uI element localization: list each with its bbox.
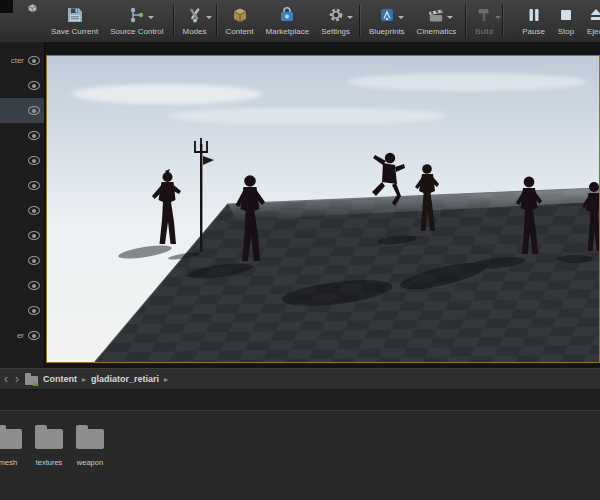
viewport-scene[interactable]	[47, 56, 599, 362]
eye-icon[interactable]	[28, 231, 40, 240]
history-forward-icon[interactable]: ›	[14, 373, 20, 385]
sources-folder-icon[interactable]	[25, 376, 38, 385]
outliner-row[interactable]	[0, 73, 44, 98]
breadcrumb-separator-icon: ▸	[82, 375, 86, 384]
modes-icon	[186, 6, 204, 24]
eye-icon[interactable]	[28, 106, 40, 115]
eye-icon[interactable]	[28, 306, 40, 315]
eye-icon[interactable]	[28, 81, 40, 90]
toolbar-button-label: Cinematics	[417, 27, 457, 36]
outliner-row[interactable]	[0, 148, 44, 173]
folder-item[interactable]: mesh	[0, 423, 28, 467]
folder-label: weapon	[77, 458, 103, 467]
history-back-icon[interactable]: ‹	[3, 373, 9, 385]
settings-button[interactable]: Settings	[315, 0, 356, 42]
marketplace-icon	[278, 6, 296, 24]
folder-label: mesh	[0, 458, 17, 467]
outliner-row[interactable]	[0, 223, 44, 248]
outliner-row[interactable]	[0, 298, 44, 323]
breadcrumb-item[interactable]: gladiator_retiari	[91, 374, 159, 384]
eye-icon[interactable]	[28, 56, 40, 65]
stop-button[interactable]: Stop	[551, 0, 581, 42]
toolbar-buttons: Save Current Source Control Modes Conten…	[45, 0, 600, 42]
toolbar-button-label: Build	[475, 27, 493, 36]
eject-icon	[587, 6, 600, 24]
outliner-row-label: cter	[11, 56, 24, 65]
build-button[interactable]: Build	[469, 0, 499, 42]
dropdown-caret-icon	[148, 16, 154, 22]
breadcrumb: Content▸gladiator_retiari▸	[43, 374, 168, 384]
toolbar-button-label: Save Current	[51, 27, 98, 36]
source-control-button[interactable]: Source Control	[104, 0, 169, 42]
outliner-row-label: er	[17, 331, 24, 340]
eye-icon[interactable]	[28, 206, 40, 215]
toolbar-button-label: Settings	[321, 27, 350, 36]
toolbar-button-label: Source Control	[110, 27, 163, 36]
content-button[interactable]: Content	[220, 0, 260, 42]
dropdown-caret-icon	[347, 16, 353, 22]
toolbar-button-label: Modes	[183, 27, 207, 36]
toolbar-button-label: Blueprints	[369, 27, 405, 36]
save-icon	[66, 6, 84, 24]
asset-grid: mesh textures weapon	[0, 411, 600, 500]
cinematics-button[interactable]: Cinematics	[411, 0, 463, 42]
outliner-row[interactable]	[0, 173, 44, 198]
marketplace-button[interactable]: Marketplace	[260, 0, 316, 42]
toolbar-button-label: Eject	[587, 27, 600, 36]
eye-icon[interactable]	[28, 156, 40, 165]
content-browser-path-bar: ‹ › Content▸gladiator_retiari▸	[0, 368, 600, 390]
toolbar-button-label: Pause	[522, 27, 545, 36]
outliner-row[interactable]	[0, 123, 44, 148]
folder-item[interactable]: weapon	[70, 423, 110, 467]
eye-icon[interactable]	[28, 331, 40, 340]
eject-button[interactable]: Eject	[581, 0, 600, 42]
viewport[interactable]	[46, 55, 600, 363]
folder-item[interactable]: textures	[29, 423, 69, 467]
breadcrumb-item[interactable]: Content	[43, 374, 77, 384]
eye-icon[interactable]	[28, 256, 40, 265]
window-corner-stub	[0, 0, 13, 13]
toolbar-button-label: Content	[226, 27, 254, 36]
toolbar-separator	[465, 5, 466, 37]
folder-icon	[76, 429, 104, 449]
toolbar-button-label: Marketplace	[266, 27, 310, 36]
eye-icon[interactable]	[28, 281, 40, 290]
blueprints-icon	[378, 6, 396, 24]
outliner-row[interactable]	[0, 98, 44, 123]
breadcrumb-separator-icon: ▸	[164, 375, 168, 384]
folder-icon	[35, 429, 63, 449]
content-browser-icon	[231, 6, 249, 24]
main-toolbar: Save Current Source Control Modes Conten…	[0, 0, 600, 43]
toolbar-button-label: Stop	[558, 27, 574, 36]
modes-button[interactable]: Modes	[177, 0, 213, 42]
stop-icon	[557, 6, 575, 24]
outliner-row[interactable]: er	[0, 323, 44, 348]
folder-label: textures	[36, 458, 63, 467]
toolbar-separator	[216, 5, 217, 37]
blueprints-button[interactable]: Blueprints	[363, 0, 411, 42]
source-control-icon	[128, 6, 146, 24]
eye-icon[interactable]	[28, 181, 40, 190]
dropdown-caret-icon	[495, 16, 501, 22]
gear-icon	[327, 6, 345, 24]
dropdown-caret-icon	[398, 16, 404, 22]
cube-icon	[27, 2, 41, 16]
pause-icon	[525, 6, 543, 24]
outliner-row[interactable]	[0, 248, 44, 273]
outliner-row[interactable]	[0, 198, 44, 223]
toolbar-left-stub	[0, 0, 45, 42]
toolbar-separator	[173, 5, 174, 37]
toolbar-separator	[359, 5, 360, 37]
outliner-row[interactable]	[0, 273, 44, 298]
dropdown-caret-icon	[447, 16, 453, 22]
content-browser-filter-strip	[0, 390, 600, 411]
dropdown-caret-icon	[206, 16, 212, 22]
outliner-row[interactable]: cter	[0, 48, 44, 73]
save-current-button[interactable]: Save Current	[45, 0, 104, 42]
clapperboard-icon	[427, 6, 445, 24]
eye-icon[interactable]	[28, 131, 40, 140]
folder-icon	[0, 429, 22, 449]
outliner-panel: cter er	[0, 42, 45, 368]
pause-button[interactable]: Pause	[516, 0, 551, 42]
toolbar-separator	[502, 5, 503, 37]
